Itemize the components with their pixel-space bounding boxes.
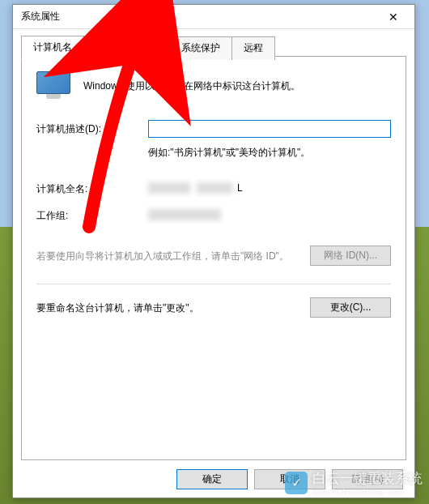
tab-remote[interactable]: 远程 — [231, 36, 275, 60]
workgroup-label: 工作组: — [36, 209, 148, 223]
rename-section: 要重命名这台计算机，请单击"更改"。 更改(C)... — [36, 297, 391, 318]
system-properties-dialog: 系统属性 ✕ 计算机名 硬件 高级 系统保护 远程 Windows 使用以下信息… — [12, 4, 415, 498]
intro-row: Windows 使用以下信息在网络中标识这台计算机。 — [36, 71, 391, 100]
tab-computer-name[interactable]: 计算机名 — [21, 36, 84, 59]
dialog-body: 计算机名 硬件 高级 系统保护 远程 Windows 使用以下信息在网络中标识这… — [13, 29, 414, 498]
description-row: 计算机描述(D): — [36, 120, 391, 138]
ok-button[interactable]: 确定 — [176, 469, 248, 489]
change-button[interactable]: 更改(C)... — [310, 297, 391, 318]
network-id-text: 若要使用向导将计算机加入域或工作组，请单击"网络 ID"。 — [36, 249, 300, 263]
watermark: ✓ 白云一键重装系统 www.baiyunxitong.com — [285, 469, 423, 496]
computer-icon — [36, 71, 70, 100]
description-example: 例如:"书房计算机"或"美玲的计算机"。 — [148, 146, 391, 160]
description-label: 计算机描述(D): — [36, 122, 148, 136]
tab-advanced[interactable]: 高级 — [126, 36, 170, 60]
fullname-row: 计算机全名: L — [36, 182, 391, 196]
description-input[interactable] — [148, 120, 391, 138]
rename-text: 要重命名这台计算机，请单击"更改"。 — [36, 301, 300, 315]
fullname-label: 计算机全名: — [36, 182, 148, 196]
close-icon: ✕ — [389, 11, 398, 23]
watermark-brand: 白云一键重装系统 — [312, 469, 423, 488]
watermark-sub: www.baiyunxitong.com — [312, 488, 423, 496]
network-id-button[interactable]: 网络 ID(N)... — [310, 246, 391, 266]
workgroup-value — [148, 209, 391, 222]
titlebar: 系统属性 ✕ — [13, 5, 414, 29]
dialog-title: 系统属性 — [21, 10, 377, 23]
tabs-container: 计算机名 硬件 高级 系统保护 远程 Windows 使用以下信息在网络中标识这… — [21, 36, 406, 460]
tab-system-protect[interactable]: 系统保护 — [169, 36, 232, 60]
intro-text: Windows 使用以下信息在网络中标识这台计算机。 — [83, 79, 300, 93]
close-button[interactable]: ✕ — [377, 7, 410, 27]
watermark-icon: ✓ — [285, 472, 308, 494]
fullname-value: L — [148, 182, 391, 195]
divider — [36, 284, 391, 284]
tab-strip: 计算机名 硬件 高级 系统保护 远程 — [21, 36, 406, 59]
tab-panel-computer-name: Windows 使用以下信息在网络中标识这台计算机。 计算机描述(D): 例如:… — [21, 56, 406, 460]
network-id-section: 若要使用向导将计算机加入域或工作组，请单击"网络 ID"。 网络 ID(N)..… — [36, 246, 391, 266]
tab-hardware[interactable]: 硬件 — [83, 36, 127, 60]
workgroup-row: 工作组: — [36, 209, 391, 223]
